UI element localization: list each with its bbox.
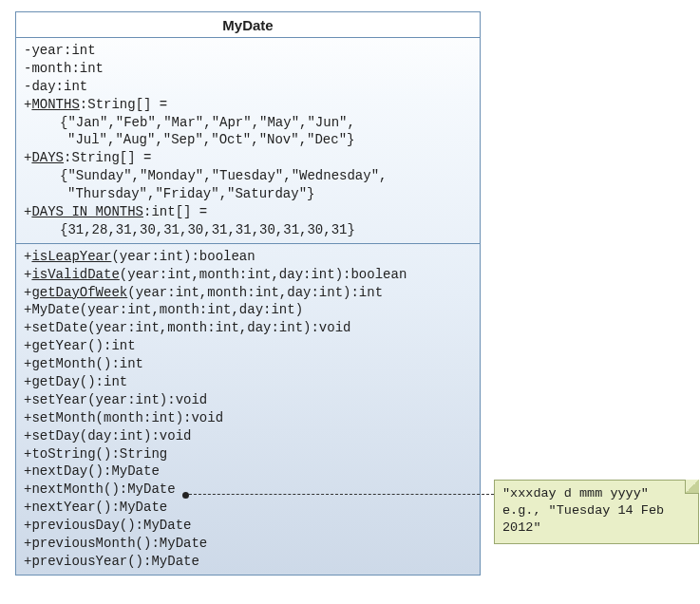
note-connector-line [189, 494, 494, 495]
attribute-row: +MONTHS:String[] = [24, 96, 472, 114]
method-row: +nextMonth():MyDate [24, 481, 472, 499]
methods-section: +isLeapYear(year:int):boolean+isValidDat… [16, 243, 480, 575]
method-row: +setYear(year:int):void [24, 391, 472, 409]
connector-anchor-dot [182, 492, 189, 499]
method-row: +MyDate(year:int,month:int,day:int) [24, 301, 472, 319]
attribute-row: -month:int [24, 60, 472, 78]
attribute-row: +DAYS_IN_MONTHS:int[] = [24, 203, 472, 221]
method-row: +isValidDate(year:int,month:int,day:int)… [24, 266, 472, 284]
method-row: +getYear():int [24, 337, 472, 355]
method-row: +nextYear():MyDate [24, 499, 472, 517]
method-row: +getDayOfWeek(year:int,month:int,day:int… [24, 284, 472, 302]
uml-note: "xxxday d mmm yyyy" e.g., "Tuesday 14 Fe… [494, 480, 699, 544]
note-line-2: e.g., "Tuesday 14 Feb 2012" [502, 502, 691, 537]
method-row: +getMonth():int [24, 355, 472, 373]
method-row: +previousYear():MyDate [24, 553, 472, 571]
attribute-row: {"Sunday","Monday","Tuesday","Wednesday"… [24, 167, 472, 185]
method-row: +previousMonth():MyDate [24, 535, 472, 553]
attribute-row: +DAYS:String[] = [24, 149, 472, 167]
note-fold-icon [685, 480, 699, 494]
attribute-row: {"Jan","Feb","Mar","Apr","May","Jun", [24, 114, 472, 132]
attribute-row: -day:int [24, 78, 472, 96]
method-row: +isLeapYear(year:int):boolean [24, 248, 472, 266]
method-row: +setMonth(month:int):void [24, 409, 472, 427]
class-name: MyDate [16, 12, 480, 38]
attribute-row: {31,28,31,30,31,30,31,31,30,31,30,31} [24, 221, 472, 239]
attribute-row: "Thursday","Friday","Saturday"} [24, 185, 472, 203]
method-row: +previousDay():MyDate [24, 517, 472, 535]
uml-class-box: MyDate -year:int-month:int-day:int+MONTH… [15, 11, 481, 576]
attributes-section: -year:int-month:int-day:int+MONTHS:Strin… [16, 38, 480, 243]
attribute-row: -year:int [24, 42, 472, 60]
attribute-row: "Jul","Aug","Sep","Oct","Nov","Dec"} [24, 131, 472, 149]
note-line-1: "xxxday d mmm yyyy" [502, 485, 691, 502]
method-row: +toString():String [24, 445, 472, 463]
method-row: +setDay(day:int):void [24, 427, 472, 445]
method-row: +getDay():int [24, 373, 472, 391]
method-row: +setDate(year:int,month:int,day:int):voi… [24, 319, 472, 337]
method-row: +nextDay():MyDate [24, 462, 472, 481]
